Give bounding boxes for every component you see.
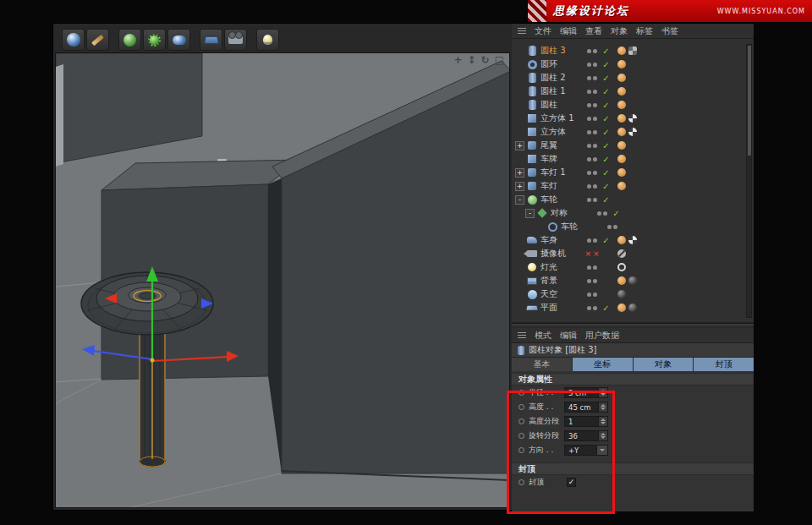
object-label[interactable]: 灯光 (540, 261, 584, 273)
object-label[interactable]: 圆柱 3 (540, 45, 584, 57)
orange-tag-icon[interactable] (617, 141, 626, 150)
object-tree-row[interactable]: -车轮✓ (512, 193, 754, 206)
om-menu-item-4[interactable]: 标签 (636, 25, 653, 37)
dark-tag-icon[interactable] (617, 290, 626, 298)
orange-tag-icon[interactable] (617, 128, 626, 136)
object-tree-row[interactable]: 灯光 (512, 260, 754, 274)
dark-tag-icon[interactable] (628, 276, 637, 285)
object-label[interactable]: 圆柱 2 (540, 72, 584, 84)
dropdown-caret-icon[interactable] (596, 446, 607, 455)
direction-dropdown[interactable]: +Y (564, 445, 608, 456)
properties-section-header[interactable]: 对象属性 (512, 373, 754, 386)
object-tree-row[interactable]: 立方体 1✓ (512, 112, 754, 125)
object-label[interactable]: 对称 (551, 207, 595, 219)
viewport[interactable]: +↕↻□ (55, 52, 510, 508)
tab-3[interactable]: 封顶 (694, 358, 754, 371)
spinner-arrows-icon[interactable] (598, 388, 607, 397)
object-tree-row[interactable]: 摄像机×× (512, 247, 754, 260)
visibility-dots[interactable] (584, 130, 600, 134)
tab-2[interactable]: 对象 (634, 358, 694, 371)
visibility-dots[interactable] (584, 117, 600, 121)
target-tag-icon[interactable] (617, 263, 626, 271)
tab-1[interactable]: 坐标 (573, 358, 633, 371)
enable-check-icon[interactable]: ✓ (600, 195, 612, 205)
visibility-dots[interactable] (584, 171, 600, 175)
enable-check-icon[interactable]: ✓ (600, 114, 612, 123)
visibility-dots[interactable] (584, 63, 600, 67)
visibility-dots[interactable] (584, 103, 600, 107)
object-label[interactable]: 车灯 (540, 180, 584, 192)
expander-toggle[interactable]: - (515, 195, 524, 205)
anim-dot-icon[interactable] (518, 418, 524, 424)
object-tree-row[interactable]: -对称✓ (512, 206, 754, 220)
enable-check-icon[interactable]: ✓ (600, 182, 612, 191)
orange-tag-icon[interactable] (617, 87, 626, 96)
orange-tag-icon[interactable] (617, 168, 626, 177)
tree-scrollbar[interactable] (746, 44, 752, 318)
visibility-dots[interactable] (584, 157, 600, 161)
am-menu-item-0[interactable]: 模式 (535, 330, 551, 342)
anim-dot-icon[interactable] (518, 479, 524, 485)
visibility-dots[interactable] (584, 306, 600, 310)
object-label[interactable]: 尾翼 (540, 139, 584, 151)
expander-toggle[interactable]: + (515, 141, 524, 150)
object-tree-row[interactable]: 圆柱✓ (512, 98, 754, 112)
visibility-dots[interactable] (605, 225, 620, 229)
enable-check-icon[interactable]: ✓ (600, 155, 612, 164)
visibility-dots[interactable] (584, 279, 600, 283)
spinner-arrows-icon[interactable] (598, 402, 607, 412)
object-label[interactable]: 立方体 1 (540, 112, 584, 124)
tab-0[interactable]: 基本 (512, 358, 572, 371)
visibility-dots[interactable] (595, 211, 610, 216)
value-input[interactable]: 45 cm (564, 402, 608, 413)
object-label[interactable]: 车轮 (561, 221, 605, 232)
panel-menu-icon[interactable] (518, 332, 526, 339)
enable-check-icon[interactable]: ✓ (600, 236, 612, 245)
value-input[interactable]: 1 (564, 416, 608, 427)
visibility-dots[interactable] (584, 144, 600, 148)
panel-menu-icon[interactable] (518, 28, 526, 35)
cap-checkbox[interactable]: ✓ (567, 478, 576, 487)
object-tree-row[interactable]: 车轮 (512, 220, 754, 233)
object-label[interactable]: 摄像机 (540, 248, 584, 260)
object-tree-row[interactable]: 平面✓ (512, 301, 754, 314)
checker-tag-icon[interactable] (628, 236, 637, 244)
orange-tag-icon[interactable] (617, 155, 626, 163)
object-tree-row[interactable]: 圆柱 3✓ (512, 44, 754, 57)
anim-dot-icon[interactable] (518, 447, 524, 453)
orange-tag-icon[interactable] (617, 236, 626, 244)
enable-check-icon[interactable]: ✓ (610, 209, 623, 218)
rotate-view-icon[interactable]: ↻ (481, 55, 490, 65)
enable-check-icon[interactable]: ✓ (600, 60, 612, 69)
expander-toggle[interactable]: + (515, 168, 524, 178)
orange-tag-icon[interactable] (617, 182, 626, 190)
pan-view-icon[interactable]: + (453, 55, 462, 65)
om-menu-item-3[interactable]: 对象 (611, 25, 628, 37)
orange-tag-icon[interactable] (617, 46, 626, 55)
visibility-dots[interactable] (584, 293, 600, 297)
checker-tag-icon[interactable] (628, 114, 637, 123)
om-menu-item-5[interactable]: 书签 (661, 25, 678, 37)
object-label[interactable]: 车轮 (540, 194, 584, 205)
object-label[interactable]: 圆柱 1 (540, 85, 584, 97)
enable-check-icon[interactable]: ✓ (600, 141, 612, 150)
cap-section-header[interactable]: 封顶 (512, 462, 754, 475)
am-menu-item-2[interactable]: 用户数据 (585, 330, 619, 342)
expander-toggle[interactable]: - (525, 209, 535, 218)
maximize-view-icon[interactable]: □ (495, 55, 504, 65)
object-tree-row[interactable]: 天空 (512, 287, 754, 301)
object-tree-row[interactable]: 立方体✓ (512, 125, 754, 139)
visibility-dots[interactable] (584, 49, 600, 53)
visibility-dots[interactable] (584, 90, 600, 94)
orange-tag-icon[interactable] (617, 74, 626, 82)
tree-scrollbar-thumb[interactable] (748, 46, 751, 156)
zoom-view-icon[interactable]: ↕ (468, 55, 476, 65)
object-label[interactable]: 圆环 (540, 58, 584, 70)
object-label[interactable]: 平面 (540, 302, 584, 314)
object-tree-row[interactable]: 车牌✓ (512, 152, 754, 166)
blue-capsule-tool-button[interactable] (167, 29, 190, 51)
object-tree-row[interactable]: +车灯✓ (512, 179, 754, 193)
visibility-dots[interactable] (584, 184, 600, 189)
orange-tag-icon[interactable] (617, 101, 626, 109)
orange-tag-icon[interactable] (617, 60, 626, 68)
